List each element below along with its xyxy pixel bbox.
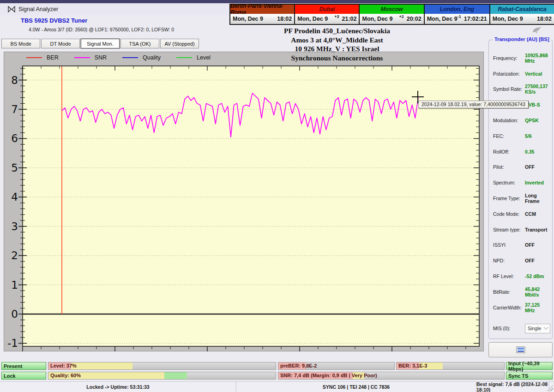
meter-label: BER: 3,1E-3 (398, 363, 427, 368)
y-axis-label: 4 (11, 191, 18, 203)
tp-row-spectrum: Spectrum:Inverted (493, 175, 550, 190)
clock-city-label: Berlin-Paris-Vienna-Roma (230, 5, 294, 14)
tp-row-frame-type: Frame Type:Long Frame (493, 190, 550, 206)
status-best-signal: Best signal: 7,6 dB (2024-12-08 18:10) (476, 382, 549, 392)
legend-label: Quality (143, 54, 161, 61)
lock-badge: Lock (1, 372, 46, 380)
site-title-line2: Amos 3 at 4,0°W_Middle East (217, 36, 457, 45)
meter-label: Quality: 60% (50, 373, 81, 378)
tp-row-stream-type: Stream type:Transport (493, 222, 550, 238)
clock-time-value: 20:02 (407, 16, 422, 22)
tp-value: 27500,137 KS/s (525, 83, 550, 95)
clock-utc-offset: -1 (458, 14, 461, 19)
legend-item-quality: Quality (122, 54, 161, 61)
clock-city-label: Rabat-Casablanca (490, 5, 554, 14)
legend-swatch-snr (74, 57, 90, 58)
tp-row-symbol-rate: Symbol Rate:27500,137 KS/s (493, 82, 550, 97)
y-axis-label: -1 (7, 337, 18, 349)
tp-label: BitRate: (493, 289, 525, 295)
meter-segment (71, 362, 132, 369)
tp-value: -52 dBm (525, 273, 544, 279)
mis-dropdown[interactable]: Single (525, 324, 550, 333)
tp-value: Inverted (525, 180, 544, 185)
clock-1: DubaiMon, Dec 9+321:02 (295, 5, 359, 24)
stream-capture-button[interactable] (488, 342, 553, 357)
meter-label: Level: 37% (50, 363, 77, 368)
input-badge: Input (~40,39 Mbps) (506, 362, 553, 370)
transponder-panel-title: Transponder (AU) [BS] (493, 36, 551, 42)
tp-label: RF Level: (493, 273, 525, 279)
tp-row-rolloff: RollOff:0.35 (493, 144, 550, 160)
tp-value: QPSK (525, 118, 539, 123)
legend-swatch-level (176, 57, 192, 58)
transponder-rows: Frequency:10925,868 MHzPolarization:Vert… (493, 50, 550, 336)
site-title-line4: Synchronous Nanocorrections (217, 53, 457, 63)
y-axis-label: 8 (11, 74, 18, 86)
site-title: PF Prodelin 450_Lučenec/Slovakia Amos 3 … (217, 26, 457, 62)
legend-swatch-ber (26, 57, 42, 58)
y-axis-label: 5 (11, 162, 18, 174)
world-clocks: Berlin-Paris-Vienna-RomaMon, Dec 918:02D… (229, 4, 554, 25)
tp-label: ISSYI (493, 242, 525, 248)
clock-date: Mon, Dec 9 (427, 16, 458, 22)
legend-item-ber: BER (26, 54, 59, 61)
tab-signal-mon[interactable]: Signal Mon. (81, 39, 120, 48)
status-bar: Locked -> Uptime: 53:31:33 SYNC 106 | TE… (0, 381, 554, 392)
tp-label: Frequency: (493, 55, 525, 61)
legend-label: BER (47, 54, 59, 61)
clock-3: London, EngMon, Dec 9-117:02:21 (425, 5, 489, 24)
tp-value: OFF (525, 258, 535, 263)
tp-label: Code Mode: (493, 211, 525, 217)
site-title-line3: 10 926 MHz_V : YES Israel (217, 44, 457, 53)
tp-value: OFF (525, 242, 535, 248)
clock-time-value: 17:02:21 (464, 16, 487, 22)
meter-label: preBER: 9,8E-2 (280, 363, 317, 368)
satellite-dish-icon (532, 26, 542, 33)
tp-label: Modulation: (493, 118, 525, 123)
mode-tabs: BS ModeDT ModeSignal Mon.TSA (OK)AV (Sto… (1, 39, 199, 48)
clock-city-label: Moscow (360, 5, 423, 14)
tab-dt-mode[interactable]: DT Mode (41, 39, 80, 48)
clock-time-row: Mon, Dec 9+321:02 (295, 14, 359, 24)
status-lock-uptime: Locked -> Uptime: 53:31:33 (0, 382, 236, 392)
app-icon (8, 6, 15, 12)
clock-date: Mon, Dec 9 (297, 16, 328, 22)
title-bar: Signal Analyzer (0, 3, 229, 15)
clock-time-value: 18:02 (277, 16, 292, 22)
recorder-icon (516, 346, 525, 354)
chart-tooltip: 2024-12-09 18.02.19, value: 7,4000000953… (418, 101, 529, 108)
clock-date: Mon, Dec 9 (233, 16, 263, 22)
tp-label: Frame Type: (493, 196, 525, 201)
tuner-name: TBS 5925 DVBS2 Tuner (21, 17, 87, 24)
ber-meter: BER: 3,1E-3 (396, 362, 505, 370)
clock-time-row: Mon, Dec 918:02 (490, 14, 554, 24)
clock-2: MoscowMon, Dec 9+220:02 (360, 5, 423, 24)
tp-row-rf-level: RF Level:-52 dBm (493, 268, 550, 284)
y-axis-label: 7 (11, 103, 18, 115)
tp-value: Vertical (525, 71, 542, 77)
signal-meters: Present Lock Level: 37% Quality: 60% pre… (0, 360, 554, 381)
tp-row-carrierwidth: CarrierWidth:37,125 MHz (493, 300, 550, 315)
chevron-down-icon (544, 325, 548, 330)
sync-ts-badge: Sync TS (506, 372, 553, 380)
window-title: Signal Analyzer (18, 6, 58, 12)
clock-utc-offset: +3 (334, 14, 339, 19)
tp-row-code-mode: Code Mode:CCM (493, 206, 550, 222)
tp-label: Stream type: (493, 227, 525, 232)
meter-label: SNR: 7,4 dB (Margin: 0,9 dB | Very Poor) (280, 373, 377, 378)
level-meter: Level: 37% (48, 362, 276, 370)
tab-tsa-ok[interactable]: TSA (OK) (120, 39, 159, 48)
tp-label: CarrierWidth: (493, 305, 525, 310)
tab-bs-mode[interactable]: BS Mode (1, 39, 40, 48)
clock-time-row: Mon, Dec 9+220:02 (360, 14, 423, 24)
y-axis-label: 3 (11, 220, 18, 232)
tp-value: 37,125 MHz (525, 302, 550, 313)
chart-legend: BERSNRQualityLevel (26, 53, 211, 62)
tp-value: 45,842 Mbit/s (525, 286, 550, 297)
tp-label: RollOff: (493, 149, 525, 154)
tp-label: MIS (0): (493, 326, 525, 331)
tp-row-pilot: Pilot:OFF (493, 160, 550, 175)
tab-av-stopped[interactable]: AV (Stopped) (160, 39, 199, 48)
clock-time-value: 18:02 (537, 16, 552, 22)
snr-meter: SNR: 7,4 dB (Margin: 0,9 dB | Very Poor) (278, 372, 505, 380)
